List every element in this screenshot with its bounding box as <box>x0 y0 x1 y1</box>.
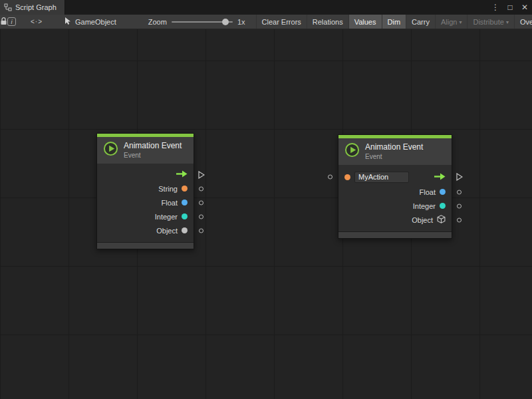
port-row-float: Float <box>338 185 452 199</box>
string-output-port[interactable] <box>199 186 203 191</box>
port-row-float: Float <box>97 196 194 209</box>
toolbar-button-group: Clear Errors Relations Values Dim Carry … <box>256 15 532 29</box>
info-icon: i <box>7 17 16 26</box>
overview-label: Overview <box>520 18 532 26</box>
tab-script-graph[interactable]: Script Graph <box>0 0 65 15</box>
align-label: Align <box>441 18 457 26</box>
float-output-port[interactable] <box>199 200 203 205</box>
object-output-port[interactable] <box>457 217 462 222</box>
lock-button[interactable] <box>0 15 7 29</box>
overview-button[interactable]: Overview <box>514 15 532 29</box>
node-subtitle: Event <box>124 152 182 159</box>
node-title: Animation Event <box>365 143 423 152</box>
carry-button[interactable]: Carry <box>406 15 435 29</box>
graph-icon <box>4 3 12 11</box>
gameobject-label: GameObject <box>75 18 116 26</box>
node-animation-event-2[interactable]: Animation Event Event <box>338 134 452 239</box>
event-play-icon <box>103 141 118 159</box>
event-play-icon <box>344 142 360 160</box>
zoom-label: Zoom <box>148 18 167 26</box>
node-header[interactable]: Animation Event Event <box>97 137 194 164</box>
port-row-object: Object <box>97 223 194 237</box>
tab-label: Script Graph <box>15 3 57 11</box>
flow-output-port[interactable] <box>198 171 205 179</box>
carry-label: Carry <box>412 18 430 26</box>
port-label-string: String <box>158 185 178 193</box>
zoom-slider-handle[interactable] <box>222 19 229 25</box>
integer-type-icon <box>182 213 188 219</box>
node-footer <box>338 231 452 238</box>
inspector-toggle-button[interactable]: i <box>7 15 16 29</box>
port-label-object: Object <box>156 227 178 235</box>
port-row-object: Object <box>338 213 452 227</box>
values-button[interactable]: Values <box>348 15 382 29</box>
node-port-area: String Float Integer Object <box>97 164 194 242</box>
port-label-float: Float <box>162 199 178 207</box>
node-port-area: Float Integer Object <box>338 165 452 231</box>
port-label-float: Float <box>420 188 436 196</box>
window-tab-bar: Script Graph ⋮ □ ✕ <box>0 0 532 15</box>
cube-icon <box>437 215 446 225</box>
relations-button[interactable]: Relations <box>307 15 348 29</box>
distribute-label: Distribute <box>473 18 503 26</box>
port-row-integer: Integer <box>97 209 194 223</box>
flow-output-row <box>97 168 194 182</box>
node-subtitle: Event <box>365 154 423 160</box>
object-type-icon <box>182 227 188 233</box>
close-icon[interactable]: ✕ <box>517 3 532 12</box>
integer-output-port[interactable] <box>199 214 203 219</box>
port-label-integer: Integer <box>413 202 436 210</box>
node-header[interactable]: Animation Event Event <box>338 138 452 165</box>
zoom-slider[interactable] <box>172 21 233 23</box>
string-input-port[interactable] <box>328 175 332 180</box>
float-output-port[interactable] <box>457 190 462 194</box>
port-label-integer: Integer <box>155 213 178 221</box>
relations-label: Relations <box>313 18 343 26</box>
object-output-port[interactable] <box>199 228 203 233</box>
distribute-button[interactable]: Distribute ▾ <box>467 15 513 29</box>
port-row-integer: Integer <box>338 199 452 213</box>
zoom-value: 1x <box>237 18 245 26</box>
flow-arrow-icon <box>176 170 188 179</box>
gameobject-icon <box>64 17 72 27</box>
dim-label: Dim <box>388 18 401 26</box>
clear-errors-button[interactable]: Clear Errors <box>256 15 307 29</box>
graph-canvas[interactable]: Animation Event Event Strin <box>0 29 532 399</box>
zoom-control: Zoom 1x <box>148 15 245 29</box>
chevron-down-icon: ▾ <box>459 19 462 25</box>
port-label-object: Object <box>412 216 433 224</box>
node-footer <box>97 242 194 249</box>
string-type-icon <box>344 174 350 180</box>
string-type-icon <box>182 186 188 192</box>
code-view-button[interactable]: <·> <box>31 15 43 29</box>
window-menu-icon[interactable]: ⋮ <box>488 3 503 12</box>
align-button[interactable]: Align ▾ <box>435 15 467 29</box>
lock-icon <box>0 17 7 27</box>
float-type-icon <box>440 189 446 195</box>
chevron-down-icon: ▾ <box>506 19 509 25</box>
graph-toolbar: i <·> GameObject Zoom 1x Clear Errors Re… <box>0 15 532 29</box>
action-name-input[interactable] <box>354 172 409 183</box>
float-type-icon <box>182 200 188 205</box>
port-row-string: String <box>97 182 194 196</box>
dim-button[interactable]: Dim <box>382 15 406 29</box>
window-controls: ⋮ □ ✕ <box>488 0 532 15</box>
flow-arrow-icon <box>434 173 446 182</box>
gameobject-target-button[interactable]: GameObject <box>60 15 120 29</box>
values-label: Values <box>354 18 376 26</box>
integer-output-port[interactable] <box>457 203 462 208</box>
integer-type-icon <box>440 203 446 209</box>
maximize-icon[interactable]: □ <box>503 3 517 12</box>
action-input-row <box>338 169 452 185</box>
code-icon: <·> <box>31 18 43 25</box>
node-title: Animation Event <box>124 142 182 150</box>
node-animation-event-1[interactable]: Animation Event Event Strin <box>96 133 194 249</box>
clear-errors-label: Clear Errors <box>262 18 301 26</box>
flow-output-port[interactable] <box>456 173 463 181</box>
